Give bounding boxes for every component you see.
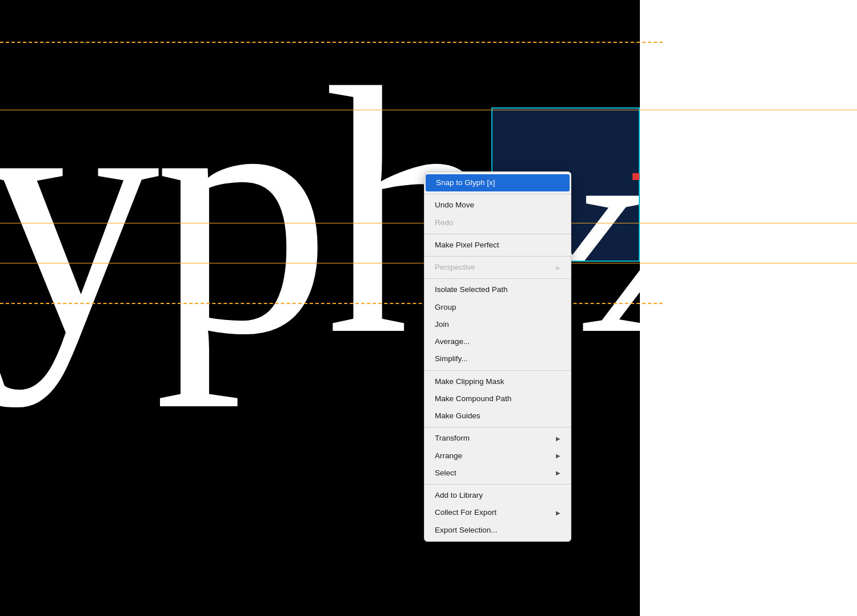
menu-separator xyxy=(425,427,571,427)
context-menu: Snap to Glyph [x]Undo MoveRedoMake Pixel… xyxy=(424,171,571,542)
submenu-arrow-icon: ▶ xyxy=(556,469,560,477)
menu-item-snap-to-glyph[interactable]: Snap to Glyph [x] xyxy=(426,174,570,191)
menu-item-label: Arrange xyxy=(435,450,462,462)
anchor-point xyxy=(632,173,639,180)
menu-item-select[interactable]: Select▶ xyxy=(425,465,571,482)
menu-item-label: Group xyxy=(435,302,456,313)
menu-item-make-guides[interactable]: Make Guides xyxy=(425,407,571,425)
menu-item-simplify[interactable]: Simplify... xyxy=(425,350,571,367)
menu-item-label: Perspective xyxy=(435,262,475,273)
menu-item-label: Select xyxy=(435,467,456,479)
menu-separator xyxy=(425,370,571,371)
menu-item-label: Isolate Selected Path xyxy=(435,284,508,295)
menu-item-isolate-selected-path[interactable]: Isolate Selected Path xyxy=(425,281,571,298)
menu-item-transform[interactable]: Transform▶ xyxy=(425,430,571,447)
menu-item-make-pixel-perfect[interactable]: Make Pixel Perfect xyxy=(425,237,571,254)
menu-item-add-to-library[interactable]: Add to Library xyxy=(425,487,571,504)
menu-item-average[interactable]: Average... xyxy=(425,333,571,350)
menu-separator xyxy=(425,256,571,257)
guide-line-top-dashed xyxy=(0,42,663,43)
menu-item-export-selection[interactable]: Export Selection... xyxy=(425,522,571,539)
menu-item-label: Redo xyxy=(435,217,453,229)
menu-item-label: Transform xyxy=(435,433,470,444)
menu-item-label: Export Selection... xyxy=(435,525,498,536)
menu-separator xyxy=(425,234,571,234)
menu-item-label: Join xyxy=(435,319,449,330)
guide-line-cap xyxy=(0,110,857,110)
menu-separator xyxy=(425,278,571,279)
submenu-arrow-icon: ▶ xyxy=(556,434,560,443)
menu-item-perspective[interactable]: Perspective▶ xyxy=(425,259,571,276)
menu-item-label: Make Pixel Perfect xyxy=(435,239,499,251)
menu-item-label: Make Guides xyxy=(435,410,480,422)
menu-item-make-clipping-mask[interactable]: Make Clipping Mask xyxy=(425,373,571,390)
submenu-arrow-icon: ▶ xyxy=(556,451,560,460)
menu-item-group[interactable]: Group xyxy=(425,299,571,316)
menu-item-make-compound-path[interactable]: Make Compound Path xyxy=(425,390,571,407)
menu-item-label: Simplify... xyxy=(435,353,468,365)
menu-separator xyxy=(425,484,571,485)
menu-item-label: Make Compound Path xyxy=(435,393,511,405)
submenu-arrow-icon: ▶ xyxy=(556,509,560,517)
menu-item-label: Average... xyxy=(435,336,470,347)
menu-item-label: Undo Move xyxy=(435,199,474,211)
menu-separator xyxy=(425,194,571,194)
menu-item-collect-for-export[interactable]: Collect For Export▶ xyxy=(425,504,571,521)
menu-item-undo-move[interactable]: Undo Move xyxy=(425,197,571,214)
menu-item-redo[interactable]: Redo xyxy=(425,214,571,231)
menu-item-label: Add to Library xyxy=(435,490,483,501)
submenu-arrow-icon: ▶ xyxy=(556,263,560,272)
menu-item-join[interactable]: Join xyxy=(425,316,571,333)
menu-item-label: Snap to Glyph [x] xyxy=(436,177,495,189)
menu-item-arrange[interactable]: Arrange▶ xyxy=(425,447,571,465)
menu-item-label: Collect For Export xyxy=(435,507,496,518)
menu-item-label: Make Clipping Mask xyxy=(435,376,504,387)
